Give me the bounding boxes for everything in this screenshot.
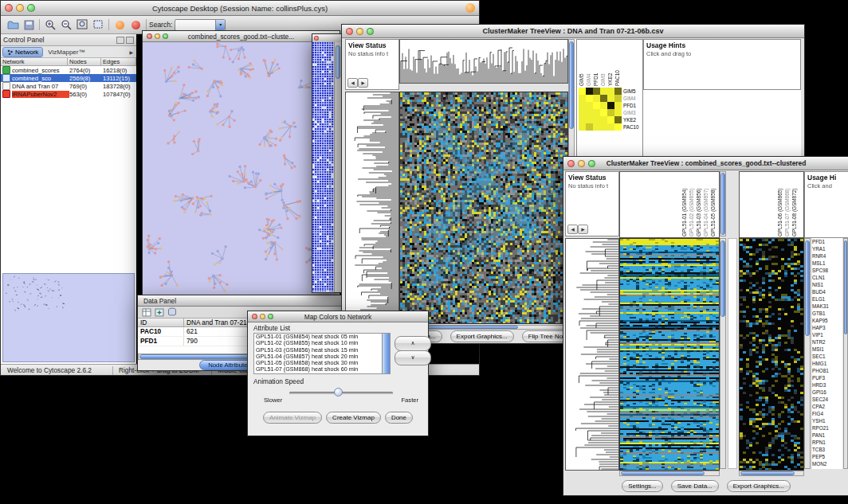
dialog-titlebar[interactable]: Map Colors to Network [248,311,428,322]
secondary-heatmap-canvas[interactable] [739,238,804,471]
gene-label[interactable]: RPO21 [812,424,842,432]
gene-label[interactable]: YSH1 [812,417,842,424]
treeview-button[interactable]: Export Graphics... [727,480,791,492]
vertical-scrollbar[interactable] [334,42,341,292]
dense-network-canvas[interactable] [312,42,334,291]
gene-label[interactable]: MSI1 [812,346,842,353]
gene-label[interactable]: HRD3 [812,381,842,389]
column-dendrogram-canvas[interactable] [399,39,568,84]
attribute-list-item[interactable]: GPL51-03 (GSM856) heat shock 15 min [254,347,390,354]
gene-label[interactable]: GTB1 [812,310,842,317]
gene-label[interactable]: FIG4 [812,410,842,417]
scroll-right-icon[interactable]: ▶ [578,225,588,234]
attribute-list-item[interactable]: GPL51-01 (GSM854) heat shock 05 min [254,334,390,340]
attribute-list-item[interactable]: GPL51-05 (GSM858) heat shock 30 min [254,360,390,366]
zoom-out-button[interactable] [58,18,74,32]
attribute-store-icon[interactable] [167,307,177,317]
gene-label[interactable]: KAP95 [812,317,842,324]
gene-label[interactable]: NIS1 [812,281,842,288]
gene-label[interactable]: HMG1 [812,360,842,367]
network-overview-canvas[interactable] [2,273,135,362]
zoom-in-button[interactable] [42,18,58,32]
list-scrollbar[interactable] [382,334,390,373]
gene-label[interactable]: PEP5 [812,453,842,460]
vertical-scrollbar[interactable] [720,171,726,236]
select-attributes-icon[interactable] [142,308,151,317]
gene-label[interactable]: SPC98 [812,267,842,274]
horizontal-scrollbar[interactable] [739,471,804,476]
scroll-left-icon[interactable]: ◀ [567,225,578,234]
expression-heatmap-canvas[interactable] [619,238,720,471]
close-button[interactable] [314,36,319,41]
gene-label[interactable]: PFD1 [812,238,842,245]
attribute-list[interactable]: GPL51-01 (GSM854) heat shock 05 minGPL51… [253,333,391,374]
heatmap-canvas[interactable] [399,92,568,324]
gene-label[interactable]: BUD4 [812,288,842,295]
annotation-button[interactable] [112,18,128,32]
attribute-list-item[interactable]: GPL51-04 (GSM857) heat shock 20 min [254,354,390,360]
move-up-button[interactable]: ∧ [395,336,431,351]
gene-label[interactable]: PHO81 [812,367,842,374]
treeview-button[interactable]: Export Graphics... [450,330,514,342]
scroll-right-icon[interactable]: ▶ [358,78,368,88]
attribute-list-item[interactable]: GPL51-02 (GSM855) heat shock 10 min [254,340,390,346]
open-session-button[interactable] [5,18,21,32]
tab-vizmapper[interactable]: VizMapper™ [43,49,89,56]
vertical-scrollbar[interactable] [804,238,811,469]
network-list-row[interactable]: DNA and Tran 07 769(0) 183728(0) [1,82,136,90]
animate-vizmap-button[interactable]: Animate Vizmap [263,412,322,424]
gene-label[interactable]: GPI16 [812,389,842,396]
gene-label[interactable]: TCB3 [812,446,842,453]
search-input[interactable]: ▾ [175,19,226,31]
gene-label[interactable]: MON2 [812,460,842,467]
attribute-list-item[interactable]: GPL51-07 (GSM868) heat shock 60 min [254,366,390,373]
scroll-left-icon[interactable]: ◀ [347,78,358,88]
row-dendrogram-canvas[interactable] [565,238,619,471]
treeview-button[interactable]: Save Data... [671,480,719,492]
gene-label[interactable]: MSL1 [812,260,842,267]
network-view-canvas[interactable] [143,42,338,295]
float-panel-icon[interactable] [116,37,124,44]
tab-scroll-arrow-icon[interactable]: ▶ [129,49,136,55]
create-vizmap-button[interactable]: Create Vizmap [326,412,381,424]
vertical-scrollbar[interactable] [720,238,726,469]
gene-label[interactable]: VIP1 [812,331,842,338]
gene-label[interactable]: PUF3 [812,374,842,381]
zoom-selected-button[interactable] [90,18,106,32]
gene-label[interactable]: YRA1 [812,245,842,252]
close-panel-icon[interactable] [126,37,134,44]
done-button[interactable]: Done [385,412,413,424]
network-view-titlebar[interactable]: combined_scores_good.txt--cluste... [143,31,340,42]
gene-label[interactable]: HAP3 [812,324,842,331]
horizontal-scrollbar[interactable] [619,471,720,476]
gene-label[interactable]: RNR4 [812,252,842,260]
combo-arrow-icon[interactable]: ▾ [215,20,225,30]
zoom-fit-button[interactable] [74,18,90,32]
gene-label[interactable]: CLN1 [812,274,842,281]
gene-label[interactable]: RPN1 [812,439,842,446]
correlation-matrix-canvas[interactable] [579,88,622,131]
gene-label[interactable]: ELG1 [812,295,842,303]
gene-label[interactable]: MAK31 [812,303,842,310]
network-list-row[interactable]: combined_scores 2764(0) 16218(0) [1,66,136,74]
data-panel-titlebar[interactable]: Data Panel [138,295,342,307]
treeview2-titlebar[interactable]: ClusterMaker TreeView : combined_scores_… [563,157,848,170]
treeview1-titlebar[interactable]: ClusterMaker TreeView : DNA and Tran 07-… [342,25,804,38]
vizmapper-button[interactable] [128,18,143,32]
speed-slider-thumb[interactable] [334,388,343,397]
gene-label[interactable]: SEC24 [812,396,842,403]
gene-label[interactable]: NTR2 [812,338,842,346]
main-titlebar[interactable]: Cytoscape Desktop (Session Name: collins… [1,1,479,16]
gene-label[interactable]: CPA2 [812,403,842,410]
tab-network[interactable]: Network [2,47,43,57]
row-dendrogram-canvas[interactable] [345,92,399,324]
network-list-row[interactable]: combined_sco 2569(8) 13112(15) [1,74,136,82]
vertical-scrollbar[interactable] [843,238,848,469]
gene-label[interactable]: SEC1 [812,353,842,360]
create-attribute-icon[interactable] [155,308,164,317]
gene-label[interactable]: PAN1 [812,432,842,439]
network-list-row[interactable]: tRNAPuberNov2 563(0) 107847(0) [1,90,136,98]
move-down-button[interactable]: ∨ [395,350,431,365]
treeview-button[interactable]: Settings... [622,480,663,492]
save-session-button[interactable] [21,18,37,32]
